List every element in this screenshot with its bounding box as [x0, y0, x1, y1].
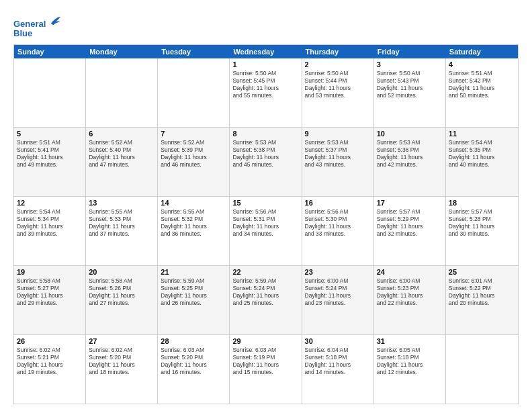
day-number: 16: [305, 199, 371, 207]
calendar-cell: [86, 58, 158, 127]
day-info: Sunrise: 6:00 AM Sunset: 5:24 PM Dayligh…: [305, 277, 371, 307]
day-info: Sunrise: 6:04 AM Sunset: 5:18 PM Dayligh…: [305, 347, 371, 376]
day-info: Sunrise: 5:59 AM Sunset: 5:24 PM Dayligh…: [232, 277, 298, 307]
calendar-row-2: 12Sunrise: 5:54 AM Sunset: 5:34 PM Dayli…: [14, 197, 518, 266]
calendar-cell: 24Sunrise: 6:00 AM Sunset: 5:23 PM Dayli…: [374, 266, 446, 334]
day-info: Sunrise: 5:53 AM Sunset: 5:37 PM Dayligh…: [305, 139, 371, 169]
calendar-cell: 18Sunrise: 5:57 AM Sunset: 5:28 PM Dayli…: [446, 197, 518, 265]
logo-general: General: [13, 19, 46, 29]
calendar-row-1: 5Sunrise: 5:51 AM Sunset: 5:41 PM Daylig…: [14, 128, 518, 197]
calendar-cell: 20Sunrise: 5:58 AM Sunset: 5:26 PM Dayli…: [86, 266, 158, 334]
day-number: 5: [17, 130, 83, 138]
day-number: 4: [449, 60, 515, 68]
calendar-cell: 10Sunrise: 5:53 AM Sunset: 5:36 PM Dayli…: [374, 128, 446, 196]
day-number: 2: [305, 60, 371, 68]
calendar-row-0: 1Sunrise: 5:50 AM Sunset: 5:45 PM Daylig…: [14, 58, 518, 128]
day-number: 30: [305, 337, 371, 345]
calendar-cell: 1Sunrise: 5:50 AM Sunset: 5:45 PM Daylig…: [230, 58, 302, 127]
calendar-cell: 16Sunrise: 5:56 AM Sunset: 5:30 PM Dayli…: [302, 197, 374, 265]
calendar-cell: 7Sunrise: 5:52 AM Sunset: 5:39 PM Daylig…: [158, 128, 230, 196]
calendar: SundayMondayTuesdayWednesdayThursdayFrid…: [13, 44, 519, 404]
day-number: 18: [449, 199, 515, 207]
day-number: 24: [377, 268, 443, 276]
day-number: 29: [232, 337, 298, 345]
calendar-page: General Blue SundayMondayTuesdayWednesda…: [0, 0, 532, 411]
logo-bird-icon: [50, 15, 62, 27]
calendar-cell: 19Sunrise: 5:58 AM Sunset: 5:27 PM Dayli…: [14, 266, 86, 334]
day-number: 13: [89, 199, 154, 207]
day-info: Sunrise: 5:56 AM Sunset: 5:30 PM Dayligh…: [305, 208, 371, 238]
day-info: Sunrise: 5:56 AM Sunset: 5:31 PM Dayligh…: [232, 208, 298, 238]
calendar-row-3: 19Sunrise: 5:58 AM Sunset: 5:27 PM Dayli…: [14, 266, 518, 335]
day-info: Sunrise: 5:50 AM Sunset: 5:43 PM Dayligh…: [377, 70, 443, 99]
weekday-header-monday: Monday: [86, 45, 158, 58]
day-info: Sunrise: 5:54 AM Sunset: 5:34 PM Dayligh…: [17, 208, 83, 238]
calendar-cell: 22Sunrise: 5:59 AM Sunset: 5:24 PM Dayli…: [230, 266, 302, 334]
day-info: Sunrise: 5:59 AM Sunset: 5:25 PM Dayligh…: [161, 277, 226, 307]
day-info: Sunrise: 5:51 AM Sunset: 5:42 PM Dayligh…: [449, 70, 515, 99]
calendar-cell: 31Sunrise: 6:05 AM Sunset: 5:18 PM Dayli…: [374, 335, 446, 404]
day-number: 21: [161, 268, 226, 276]
day-info: Sunrise: 5:55 AM Sunset: 5:33 PM Dayligh…: [89, 208, 154, 238]
day-info: Sunrise: 5:58 AM Sunset: 5:27 PM Dayligh…: [17, 277, 83, 307]
weekday-header-sunday: Sunday: [14, 45, 86, 58]
calendar-cell: 30Sunrise: 6:04 AM Sunset: 5:18 PM Dayli…: [302, 335, 374, 404]
calendar-header: SundayMondayTuesdayWednesdayThursdayFrid…: [14, 45, 518, 58]
day-number: 11: [449, 130, 515, 138]
day-info: Sunrise: 5:50 AM Sunset: 5:45 PM Dayligh…: [232, 70, 298, 99]
day-info: Sunrise: 5:52 AM Sunset: 5:40 PM Dayligh…: [89, 139, 154, 169]
day-number: 14: [161, 199, 226, 207]
calendar-cell: 17Sunrise: 5:57 AM Sunset: 5:29 PM Dayli…: [374, 197, 446, 265]
day-number: 7: [161, 130, 226, 138]
calendar-cell: 3Sunrise: 5:50 AM Sunset: 5:43 PM Daylig…: [374, 58, 446, 127]
day-info: Sunrise: 6:03 AM Sunset: 5:19 PM Dayligh…: [232, 347, 298, 376]
weekday-header-wednesday: Wednesday: [230, 45, 302, 58]
day-info: Sunrise: 5:57 AM Sunset: 5:29 PM Dayligh…: [377, 208, 443, 238]
day-number: 15: [232, 199, 298, 207]
calendar-cell: 8Sunrise: 5:53 AM Sunset: 5:38 PM Daylig…: [230, 128, 302, 196]
day-info: Sunrise: 5:55 AM Sunset: 5:32 PM Dayligh…: [161, 208, 226, 238]
calendar-cell: 28Sunrise: 6:03 AM Sunset: 5:20 PM Dayli…: [158, 335, 230, 404]
day-number: 6: [89, 130, 154, 138]
calendar-cell: 21Sunrise: 5:59 AM Sunset: 5:25 PM Dayli…: [158, 266, 230, 334]
day-info: Sunrise: 6:02 AM Sunset: 5:20 PM Dayligh…: [89, 347, 154, 376]
day-number: 22: [232, 268, 298, 276]
day-number: 28: [161, 337, 226, 345]
calendar-row-4: 26Sunrise: 6:02 AM Sunset: 5:21 PM Dayli…: [14, 335, 518, 404]
calendar-cell: [446, 335, 518, 404]
logo: General Blue: [13, 15, 62, 39]
calendar-cell: [14, 58, 86, 127]
calendar-cell: 4Sunrise: 5:51 AM Sunset: 5:42 PM Daylig…: [446, 58, 518, 127]
day-info: Sunrise: 5:53 AM Sunset: 5:36 PM Dayligh…: [377, 139, 443, 169]
calendar-cell: [158, 58, 230, 127]
day-info: Sunrise: 5:54 AM Sunset: 5:35 PM Dayligh…: [449, 139, 515, 169]
day-number: 23: [305, 268, 371, 276]
day-number: 1: [232, 60, 298, 68]
weekday-header-thursday: Thursday: [302, 45, 374, 58]
day-number: 25: [449, 268, 515, 276]
weekday-header-friday: Friday: [374, 45, 446, 58]
day-number: 3: [377, 60, 443, 68]
day-info: Sunrise: 5:53 AM Sunset: 5:38 PM Dayligh…: [232, 139, 298, 169]
calendar-cell: 23Sunrise: 6:00 AM Sunset: 5:24 PM Dayli…: [302, 266, 374, 334]
day-info: Sunrise: 6:00 AM Sunset: 5:23 PM Dayligh…: [377, 277, 443, 307]
calendar-body: 1Sunrise: 5:50 AM Sunset: 5:45 PM Daylig…: [14, 58, 518, 404]
day-info: Sunrise: 5:51 AM Sunset: 5:41 PM Dayligh…: [17, 139, 83, 169]
calendar-cell: 27Sunrise: 6:02 AM Sunset: 5:20 PM Dayli…: [86, 335, 158, 404]
day-info: Sunrise: 6:05 AM Sunset: 5:18 PM Dayligh…: [377, 347, 443, 376]
day-number: 20: [89, 268, 154, 276]
calendar-cell: 14Sunrise: 5:55 AM Sunset: 5:32 PM Dayli…: [158, 197, 230, 265]
weekday-header-tuesday: Tuesday: [158, 45, 230, 58]
day-info: Sunrise: 5:58 AM Sunset: 5:26 PM Dayligh…: [89, 277, 154, 307]
day-info: Sunrise: 5:52 AM Sunset: 5:39 PM Dayligh…: [161, 139, 226, 169]
calendar-cell: 6Sunrise: 5:52 AM Sunset: 5:40 PM Daylig…: [86, 128, 158, 196]
calendar-cell: 2Sunrise: 5:50 AM Sunset: 5:44 PM Daylig…: [302, 58, 374, 127]
day-number: 12: [17, 199, 83, 207]
calendar-cell: 5Sunrise: 5:51 AM Sunset: 5:41 PM Daylig…: [14, 128, 86, 196]
calendar-cell: 29Sunrise: 6:03 AM Sunset: 5:19 PM Dayli…: [230, 335, 302, 404]
day-number: 9: [305, 130, 371, 138]
header: General Blue: [13, 12, 519, 39]
calendar-cell: 25Sunrise: 6:01 AM Sunset: 5:22 PM Dayli…: [446, 266, 518, 334]
logo-blue: Blue: [13, 28, 32, 38]
calendar-cell: 13Sunrise: 5:55 AM Sunset: 5:33 PM Dayli…: [86, 197, 158, 265]
